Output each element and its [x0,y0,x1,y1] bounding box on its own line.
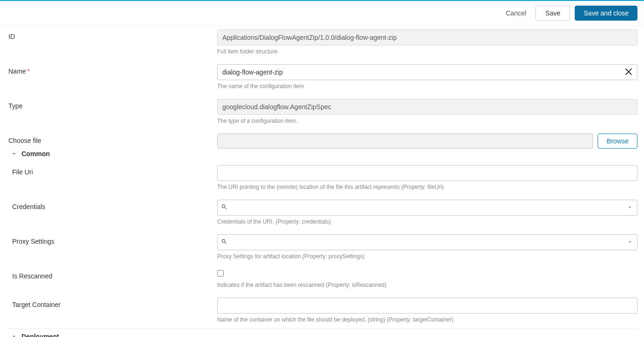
header-actions: Cancel Save Save and close [0,1,644,26]
required-star-icon: * [27,67,29,75]
help-target-container: Name of the container on which the file … [217,316,637,323]
row-proxy-settings: Proxy Settings Proxy Settings for artifa… [8,234,637,260]
target-container-field[interactable] [217,298,637,314]
chevron-right-icon [10,333,18,337]
save-button[interactable]: Save [535,6,570,21]
row-credentials: Credentials Credentials of the URI. (Pro… [8,200,637,225]
help-name: The name of the configuration item [217,83,637,90]
label-credentials: Credentials [8,200,217,210]
label-file-uri: File Uri [8,165,217,176]
label-type: Type [8,99,217,110]
section-deployment-label: Deployment [22,333,59,337]
label-proxy-settings: Proxy Settings [8,234,217,245]
help-proxy-settings: Proxy Settings for artifact location (Pr… [217,253,637,260]
label-name-text: Name [8,67,26,75]
file-uri-field[interactable] [217,165,637,181]
row-choose-file: Choose file Common Browse [8,134,637,161]
section-deployment[interactable]: Deployment [8,329,637,337]
name-field[interactable] [217,64,637,80]
row-type: Type The type of a configuration item. [8,99,637,124]
label-choose-file: Choose file [8,134,217,144]
help-id: Full item folder structure. [217,48,637,55]
credentials-combo[interactable] [217,200,637,216]
label-is-rescanned: Is Rescanned [8,269,217,280]
choose-file-display [217,134,593,149]
id-field [217,30,637,45]
help-type: The type of a configuration item. [217,118,637,124]
section-common-label: Common [22,150,50,157]
help-credentials: Credentials of the URI. (Property: crede… [217,218,637,225]
form-area: ID Full item folder structure. Name* The… [0,26,644,337]
row-target-container: Target Container Name of the container o… [8,298,637,323]
cancel-button[interactable]: Cancel [501,6,531,20]
section-common[interactable]: Common [8,146,217,161]
chevron-down-icon [10,150,18,157]
label-id: ID [8,30,217,40]
row-name: Name* The name of the configuration item [8,64,637,90]
row-file-uri: File Uri The URI pointing to the (remote… [8,165,637,190]
proxy-settings-input[interactable] [217,234,637,250]
credentials-input[interactable] [217,200,637,216]
clear-name-icon[interactable] [623,67,634,77]
browse-button[interactable]: Browse [598,134,637,149]
is-rescanned-checkbox[interactable] [217,270,224,277]
proxy-settings-combo[interactable] [217,234,637,250]
help-file-uri: The URI pointing to the (remote) locatio… [217,184,637,190]
type-field [217,99,637,115]
label-name: Name* [8,64,217,75]
save-and-close-button[interactable]: Save and close [575,6,637,21]
row-id: ID Full item folder structure. [8,30,637,55]
label-target-container: Target Container [8,298,217,308]
help-is-rescanned: Indicates if the artifact has been resca… [217,282,637,288]
row-is-rescanned: Is Rescanned Indicates if the artifact h… [8,269,637,288]
